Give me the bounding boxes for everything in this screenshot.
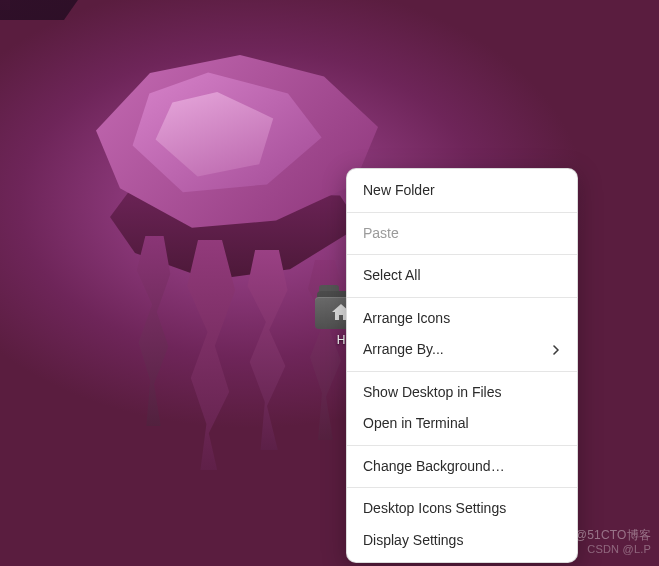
desktop-wallpaper[interactable]: H New Folder Paste Select All Arrange Ic…: [0, 0, 659, 566]
watermark-line1: @51CTO博客: [575, 528, 651, 542]
menu-separator: [347, 297, 577, 298]
menu-item-arrange-icons[interactable]: Arrange Icons: [347, 303, 577, 335]
menu-item-desktop-icons-settings[interactable]: Desktop Icons Settings: [347, 493, 577, 525]
menu-item-label: Desktop Icons Settings: [363, 500, 506, 518]
menu-item-label: Display Settings: [363, 532, 463, 550]
menu-item-select-all[interactable]: Select All: [347, 260, 577, 292]
menu-item-new-folder[interactable]: New Folder: [347, 175, 577, 207]
menu-item-label: Arrange Icons: [363, 310, 450, 328]
watermark: @51CTO博客 CSDN @L.P: [575, 528, 651, 556]
menu-item-paste: Paste: [347, 218, 577, 250]
menu-item-show-desktop-in-files[interactable]: Show Desktop in Files: [347, 377, 577, 409]
menu-item-label: Show Desktop in Files: [363, 384, 502, 402]
menu-item-label: Open in Terminal: [363, 415, 469, 433]
menu-item-open-in-terminal[interactable]: Open in Terminal: [347, 408, 577, 440]
menu-item-display-settings[interactable]: Display Settings: [347, 525, 577, 557]
menu-separator: [347, 212, 577, 213]
menu-item-label: Arrange By...: [363, 341, 444, 359]
menu-item-label: Select All: [363, 267, 421, 285]
watermark-line2: CSDN @L.P: [575, 543, 651, 556]
menu-item-arrange-by[interactable]: Arrange By...: [347, 334, 577, 366]
menu-item-label: Change Background…: [363, 458, 505, 476]
chevron-right-icon: [551, 345, 561, 355]
desktop-context-menu: New Folder Paste Select All Arrange Icon…: [346, 168, 578, 563]
menu-separator: [347, 487, 577, 488]
menu-separator: [347, 254, 577, 255]
menu-separator: [347, 445, 577, 446]
menu-item-label: Paste: [363, 225, 399, 243]
menu-item-label: New Folder: [363, 182, 435, 200]
menu-separator: [347, 371, 577, 372]
menu-item-change-background[interactable]: Change Background…: [347, 451, 577, 483]
